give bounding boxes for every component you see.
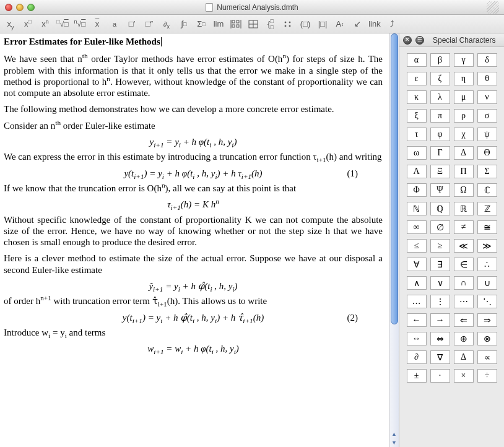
char-cell[interactable]: ≤: [407, 239, 427, 253]
char-cell[interactable]: Ξ: [430, 165, 450, 178]
char-cell[interactable]: ⋯: [454, 295, 474, 308]
char-cell[interactable]: γ: [454, 53, 474, 67]
tool-grid-icon[interactable]: [246, 18, 260, 30]
char-cell[interactable]: ξ: [407, 109, 427, 123]
char-cell[interactable]: ∅: [430, 220, 450, 234]
minimize-window-button[interactable]: [16, 4, 24, 11]
panel-close-button[interactable]: ✕: [403, 36, 412, 45]
tool-paren-icon[interactable]: (□): [298, 18, 312, 30]
char-cell[interactable]: ζ: [430, 72, 450, 85]
panel-menu-button[interactable]: ☰: [415, 36, 424, 45]
tool-diff-dprime-icon[interactable]: □″: [142, 18, 156, 30]
char-cell[interactable]: ↔: [407, 332, 427, 345]
scroll-down-arrow-icon[interactable]: ▼: [389, 438, 399, 447]
char-cell[interactable]: ∈: [454, 258, 474, 271]
char-cell[interactable]: ∨: [430, 276, 450, 290]
char-cell[interactable]: Δ: [454, 350, 474, 364]
char-cell[interactable]: Ψ: [430, 183, 450, 197]
char-cell[interactable]: ν: [477, 90, 497, 104]
char-cell[interactable]: ∪: [477, 276, 497, 290]
char-cell[interactable]: ω: [407, 146, 427, 160]
tool-sqrt-icon[interactable]: □√□: [56, 18, 69, 30]
char-cell[interactable]: ×: [454, 369, 474, 383]
char-cell[interactable]: ℝ: [454, 202, 474, 215]
tool-link[interactable]: link: [368, 18, 381, 30]
tool-matrix-icon[interactable]: [229, 18, 243, 30]
close-window-button[interactable]: [5, 4, 12, 11]
tool-x-bar-icon[interactable]: x: [90, 18, 104, 30]
char-cell[interactable]: ⊕: [454, 332, 474, 345]
char-cell[interactable]: η: [454, 72, 474, 85]
char-cell[interactable]: ≥: [430, 239, 450, 253]
char-cell[interactable]: ∧: [407, 276, 427, 290]
char-cell[interactable]: ∞: [407, 220, 427, 234]
tool-power-icon[interactable]: x□: [21, 18, 35, 30]
tool-abs-icon[interactable]: |□|: [316, 18, 329, 30]
char-cell[interactable]: ≪: [454, 239, 474, 253]
char-cell[interactable]: δ: [477, 53, 497, 67]
tool-glyph3-icon[interactable]: ⤴: [385, 18, 399, 30]
char-cell[interactable]: Θ: [477, 146, 497, 160]
char-cell[interactable]: Ω: [454, 183, 474, 197]
char-cell[interactable]: …: [407, 295, 427, 308]
char-cell[interactable]: Δ: [454, 146, 474, 160]
char-cell[interactable]: ℂ: [477, 183, 497, 197]
document-content[interactable]: Error Estimates for Euler-like Methods W…: [0, 33, 389, 447]
tool-limit-icon[interactable]: lim: [212, 18, 225, 30]
char-cell[interactable]: ⋱: [477, 295, 497, 308]
char-cell[interactable]: Γ: [430, 146, 450, 160]
char-cell[interactable]: α: [407, 53, 427, 67]
char-cell[interactable]: ε: [407, 72, 427, 85]
char-cell[interactable]: Σ: [477, 165, 497, 178]
titlebar-pill[interactable]: [487, 1, 499, 14]
char-cell[interactable]: Λ: [407, 165, 427, 178]
scrollbar-thumb[interactable]: [391, 33, 398, 324]
tool-cases-icon[interactable]: {□□: [264, 18, 277, 30]
char-cell[interactable]: θ: [477, 72, 497, 85]
char-cell[interactable]: ±: [407, 369, 427, 383]
tool-partial-icon[interactable]: ∂x: [160, 18, 173, 30]
tool-root-n-icon[interactable]: n√□: [73, 18, 87, 30]
char-cell[interactable]: →: [430, 313, 450, 327]
scroll-up-arrow-icon[interactable]: ▲: [389, 430, 399, 438]
tool-integral-icon[interactable]: ∫□: [177, 18, 191, 30]
tool-diff-prime-icon[interactable]: □′: [125, 18, 139, 30]
zoom-window-button[interactable]: [27, 4, 35, 11]
char-cell[interactable]: ∇: [430, 350, 450, 364]
char-cell[interactable]: λ: [430, 90, 450, 104]
char-cell[interactable]: ρ: [454, 109, 474, 123]
char-cell[interactable]: ∀: [407, 258, 427, 271]
char-cell[interactable]: ·: [430, 369, 450, 383]
char-cell[interactable]: ψ: [477, 128, 497, 141]
char-cell[interactable]: ∃: [430, 258, 450, 271]
char-cell[interactable]: ⊗: [477, 332, 497, 345]
char-cell[interactable]: χ: [454, 128, 474, 141]
char-cell[interactable]: ⇔: [430, 332, 450, 345]
char-cell[interactable]: ∩: [454, 276, 474, 290]
char-cell[interactable]: ⋮: [430, 295, 450, 308]
char-cell[interactable]: φ: [430, 128, 450, 141]
vertical-scrollbar[interactable]: ▲ ▼: [389, 33, 399, 447]
char-cell[interactable]: Π: [454, 165, 474, 178]
char-cell[interactable]: μ: [454, 90, 474, 104]
char-cell[interactable]: π: [430, 109, 450, 123]
char-cell[interactable]: ÷: [477, 369, 497, 383]
char-cell[interactable]: ⇒: [477, 313, 497, 327]
char-cell[interactable]: ≫: [477, 239, 497, 253]
char-cell[interactable]: ℚ: [430, 202, 450, 215]
char-cell[interactable]: ⇐: [454, 313, 474, 327]
char-cell[interactable]: Φ: [407, 183, 427, 197]
char-cell[interactable]: ∝: [477, 350, 497, 364]
char-cell[interactable]: ≠: [454, 220, 474, 234]
tool-glyph1-icon[interactable]: A↕: [333, 18, 347, 30]
char-cell[interactable]: κ: [407, 90, 427, 104]
char-cell[interactable]: ℤ: [477, 202, 497, 215]
tool-fraction-icon[interactable]: xy: [4, 18, 17, 30]
char-cell[interactable]: σ: [477, 109, 497, 123]
char-cell[interactable]: ℕ: [407, 202, 427, 215]
tool-cases2-icon[interactable]: [281, 18, 295, 30]
tool-glyph2-icon[interactable]: ↙: [350, 18, 364, 30]
char-cell[interactable]: ∂: [407, 350, 427, 364]
tool-frac-icon[interactable]: a: [108, 18, 121, 30]
char-cell[interactable]: ≅: [477, 220, 497, 234]
